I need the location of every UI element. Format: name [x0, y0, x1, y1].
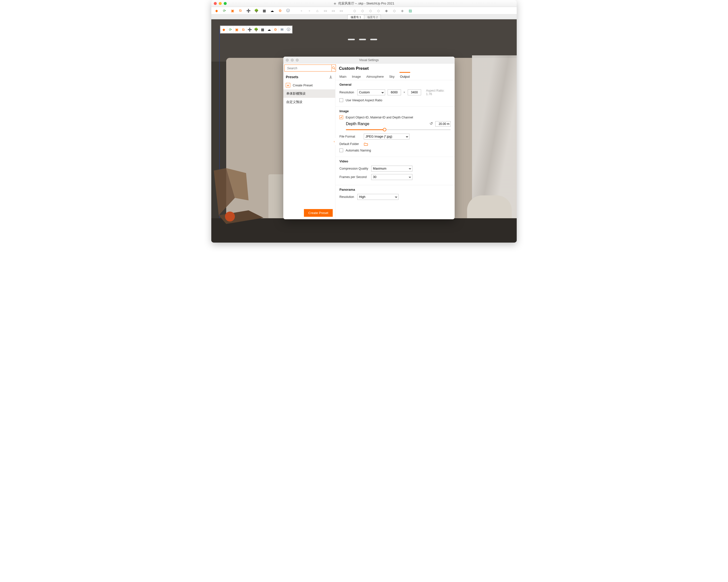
presets-footer: Create Preset — [283, 207, 335, 219]
grid-icon[interactable]: ▦ — [262, 8, 266, 13]
copy-icon[interactable]: ⧉ — [240, 26, 246, 33]
tree-icon[interactable]: 🌳 — [254, 8, 258, 13]
cloud-icon[interactable]: ☁ — [266, 26, 272, 33]
depth-range-slider[interactable] — [346, 127, 451, 132]
search-bar — [284, 64, 334, 72]
reset-icon[interactable]: ↺ — [430, 122, 433, 126]
settings-tabs: Main Image Atmosphere Sky Output — [335, 72, 454, 80]
section-heading: Panorama — [339, 188, 451, 191]
diamond-icon[interactable]: ◇ — [360, 8, 365, 13]
grid-icon[interactable]: ▦ — [259, 26, 266, 33]
scene-tab-1[interactable]: 场景号 1 — [347, 15, 364, 19]
tool-icon[interactable]: ▫ — [307, 8, 312, 13]
section-heading: Video — [339, 159, 451, 163]
tool-icon[interactable]: ▭ — [339, 8, 343, 13]
diamond-icon[interactable]: ◇ — [368, 8, 373, 13]
aspect-ratio-text: Aspect Ratio: 1.76 — [426, 89, 451, 96]
refresh-icon[interactable]: ⟳ — [227, 26, 234, 33]
presets-header: Presets — [283, 73, 335, 81]
height-input[interactable] — [408, 89, 421, 95]
auto-naming-checkbox[interactable]: Automatic Naming — [339, 149, 451, 152]
diamond-icon[interactable]: ◈ — [400, 8, 405, 13]
create-preset-button[interactable]: Create Preset — [304, 209, 333, 217]
tool-icon[interactable]: ▫ — [299, 8, 304, 13]
add-icon[interactable]: ➕ — [246, 26, 253, 33]
ceiling-light — [359, 39, 366, 40]
tab-main[interactable]: Main — [339, 72, 347, 80]
scene-tab-2[interactable]: 场景号 2 — [364, 15, 381, 19]
auto-naming-label: Automatic Naming — [346, 149, 371, 152]
copy-icon[interactable]: ⧉ — [238, 8, 242, 13]
collapse-handle[interactable]: ‹ — [333, 138, 335, 145]
enscape-icon[interactable]: ◆ — [214, 8, 219, 13]
fps-label: Frames per Second — [339, 175, 369, 179]
preset-item[interactable]: 单体影棚预设 — [283, 89, 335, 98]
checkbox-icon — [339, 98, 343, 102]
dialog-title: Visual Settings — [283, 58, 454, 62]
diamond-icon[interactable]: ◆ — [384, 8, 389, 13]
fps-select[interactable]: 30 — [371, 174, 412, 180]
import-icon[interactable] — [329, 75, 333, 79]
use-viewport-checkbox[interactable]: Use Viewport Aspect Ratio — [339, 98, 451, 102]
export-ids-checkbox[interactable]: ✔ Export Object-ID, Material-ID and Dept… — [339, 115, 451, 119]
settings-icon[interactable]: ⚙ — [272, 26, 279, 33]
section-image: Image ✔ Export Object-ID, Material-ID an… — [335, 107, 454, 156]
compression-select[interactable]: Maximum — [371, 166, 412, 171]
tool-icon[interactable]: ▭ — [331, 8, 335, 13]
diamond-icon[interactable]: ◇ — [376, 8, 381, 13]
floating-toolbar[interactable]: ◆ ⟳ ▣ ⧉ ➕ 🌳 ▦ ☁ ⚙ ✉ ⓘ — [220, 26, 292, 33]
panel-title: Custom Preset — [335, 63, 454, 72]
enscape-icon[interactable]: ◆ — [221, 26, 227, 33]
create-preset-label: Create Preset — [293, 83, 313, 87]
tab-image[interactable]: Image — [351, 72, 361, 80]
render-icon[interactable]: ▨ — [408, 8, 412, 13]
add-icon[interactable]: ➕ — [246, 8, 251, 13]
diamond-icon[interactable]: ◇ — [392, 8, 396, 13]
search-button[interactable] — [332, 64, 336, 72]
ceiling-light — [370, 39, 377, 40]
svg-point-1 — [333, 67, 334, 69]
svg-line-2 — [334, 69, 335, 70]
section-panorama: Panorama Resolution High — [335, 185, 454, 204]
use-viewport-label: Use Viewport Aspect Ratio — [346, 99, 382, 102]
refresh-icon[interactable]: ⟳ — [222, 8, 227, 13]
folder-icon[interactable] — [364, 142, 368, 146]
settings-panel: Custom Preset Main Image Atmosphere Sky … — [335, 63, 454, 219]
info-icon[interactable]: ⓘ — [285, 26, 292, 33]
default-folder-label: Default Folder — [339, 142, 361, 146]
cloud-icon[interactable]: ☁ — [270, 8, 275, 13]
resolution-label: Resolution — [339, 90, 355, 94]
presets-panel: Presets + Create Preset 单体影棚预设 自定义预设 — [283, 63, 335, 219]
tool-icon[interactable]: ▭ — [323, 8, 328, 13]
resolution-select[interactable]: Custom — [357, 89, 385, 95]
tab-atmosphere[interactable]: Atmosphere — [366, 72, 384, 80]
tab-output[interactable]: Output — [399, 72, 410, 80]
create-preset-row[interactable]: + Create Preset — [283, 81, 335, 89]
width-input[interactable] — [388, 89, 401, 95]
file-format-select[interactable]: JPEG Image (*.jpg) — [364, 134, 410, 139]
panorama-resolution-select[interactable]: High — [357, 194, 398, 200]
home-icon[interactable]: ⌂ — [315, 8, 319, 13]
panorama-resolution-label: Resolution — [339, 195, 355, 199]
scene-tabs: 场景号 1 场景号 2 — [211, 15, 517, 19]
info-icon[interactable]: ⓘ — [286, 8, 290, 13]
titlebar: ◈ 侘寂风客厅～.skp - SketchUp Pro 2021 — [211, 0, 517, 7]
diamond-icon[interactable]: ◇ — [352, 8, 357, 13]
search-input[interactable] — [284, 64, 332, 72]
screenshot-icon[interactable]: ▣ — [234, 26, 240, 33]
presets-label: Presets — [286, 75, 298, 79]
settings-icon[interactable]: ⚙ — [278, 8, 282, 13]
preset-item[interactable]: 自定义预设 — [283, 98, 335, 106]
multiply-icon: × — [404, 90, 405, 94]
mail-icon[interactable]: ✉ — [279, 26, 285, 33]
app-window: ◈ 侘寂风客厅～.skp - SketchUp Pro 2021 ◆ ⟳ ▣ ⧉… — [211, 0, 517, 243]
dialog-body: Presets + Create Preset 单体影棚预设 自定义预设 — [283, 63, 454, 219]
file-format-label: File Format — [339, 135, 361, 138]
tab-sky[interactable]: Sky — [389, 72, 395, 80]
depth-range-input[interactable] — [435, 121, 451, 127]
svg-point-0 — [225, 212, 235, 221]
tree-icon[interactable]: 🌳 — [253, 26, 259, 33]
viewport[interactable]: 顶部 ◆ ⟳ ▣ ⧉ ➕ 🌳 ▦ ☁ ⚙ — [211, 19, 517, 243]
visual-settings-dialog: Visual Settings Presets — [283, 57, 454, 219]
screenshot-icon[interactable]: ▣ — [230, 8, 235, 13]
